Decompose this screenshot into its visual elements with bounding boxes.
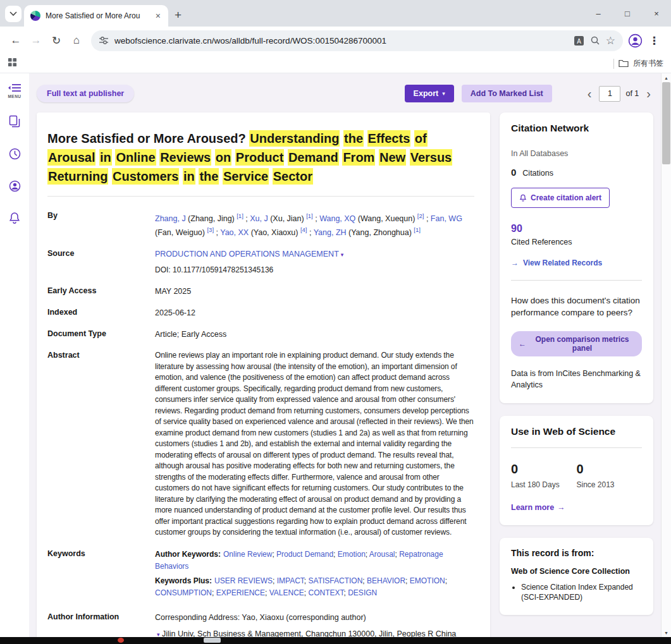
forward-button[interactable]: → [27, 31, 46, 50]
field-row-source: Source PRODUCTION AND OPERATIONS MANAGEM… [47, 248, 474, 276]
export-label: Export [414, 89, 439, 98]
previous-record-button[interactable]: ‹ [585, 87, 594, 101]
tab-search-button[interactable] [5, 6, 22, 22]
reload-button[interactable]: ↻ [47, 31, 66, 50]
highlighted-term: Online [115, 149, 156, 166]
sidebar-alerts-icon[interactable] [8, 212, 21, 228]
incites-note: Data is from InCites Benchmarking & Anal… [511, 368, 642, 391]
apps-grid-icon[interactable] [8, 58, 17, 70]
author-link[interactable]: Fan, WG [431, 214, 462, 223]
since2013-count: 0 [577, 462, 643, 477]
cited-references-label: Cited References [511, 238, 642, 246]
keywords-plus-link[interactable]: IMPACT [277, 576, 304, 585]
usage-counts: 0 Last 180 Days 0 Since 2013 [511, 462, 642, 489]
svg-text:A: A [577, 37, 581, 44]
view-related-records-link[interactable]: →View Related Records [511, 258, 602, 267]
author-link[interactable]: Wang, XQ [319, 214, 355, 223]
author-affiliation-link[interactable]: [1] [414, 226, 421, 233]
web-of-science-app: MENU Full text at publisher Export ▾ Add… [0, 73, 671, 637]
bookmark-star-icon[interactable]: ☆ [606, 34, 615, 47]
keywords-plus-link[interactable]: SATISFACTION [309, 576, 363, 585]
url-bar[interactable]: webofscience.clarivate.cn/wos/alldb/full… [91, 30, 623, 51]
author-link[interactable]: Xu, J [250, 214, 268, 223]
author-affiliation-link[interactable]: [4] [300, 226, 307, 233]
scroll-down-button[interactable]: ▼ [662, 628, 671, 637]
keywords-plus-link[interactable]: BEHAVIOR [367, 576, 405, 585]
arrow-right-icon: → [557, 503, 565, 512]
address-expand-icon[interactable]: ▾ [157, 631, 160, 637]
minimize-button[interactable]: – [584, 0, 613, 27]
add-to-marked-list-button[interactable]: Add To Marked List [462, 85, 552, 102]
keywords-plus-link[interactable]: DESIGN [348, 588, 377, 597]
sidebar-journals-icon[interactable] [8, 115, 21, 131]
zoom-icon[interactable] [590, 35, 600, 46]
author-keyword-link[interactable]: Emotion [338, 550, 366, 559]
source-dropdown-icon[interactable]: ▾ [341, 252, 344, 258]
export-button[interactable]: Export ▾ [405, 85, 454, 102]
next-record-button[interactable]: › [644, 87, 653, 101]
in-all-databases-label: In All Databases [511, 149, 642, 158]
open-comparison-metrics-button[interactable]: ←Open comparison metrics panel [511, 331, 642, 356]
record-from-card: This record is from: Web of Science Core… [500, 538, 653, 615]
maximize-button[interactable]: □ [613, 0, 642, 27]
scrollbar[interactable]: ▲ ▼ [661, 73, 671, 637]
sidebar-researcher-icon[interactable] [8, 179, 22, 195]
browser-menu-button[interactable]: ⋮ [644, 34, 665, 47]
author-affiliation-link[interactable]: [3] [207, 226, 214, 233]
create-alert-label: Create citation alert [531, 193, 601, 202]
profile-button[interactable] [628, 33, 643, 48]
field-label: Indexed [47, 307, 155, 319]
full-text-button[interactable]: Full text at publisher [37, 85, 134, 102]
keywords-plus-link[interactable]: CONSUMPTION [155, 588, 212, 597]
last180-label: Last 180 Days [511, 480, 577, 489]
chevron-down-icon: ▾ [442, 90, 445, 97]
site-settings-icon[interactable] [99, 35, 109, 46]
title-plain: More Satisfied or More Aroused? [47, 131, 249, 145]
keywords-plus-link[interactable]: EXPERIENCE [216, 588, 265, 597]
author-keyword-link[interactable]: Arousal [369, 550, 395, 559]
keywords-plus-link[interactable]: USER REVIEWS [214, 576, 273, 585]
main-content: Full text at publisher Export ▾ Add To M… [29, 73, 661, 637]
tab-close-icon[interactable]: × [153, 11, 163, 21]
learn-more-link[interactable]: Learn more→ [511, 503, 565, 512]
keywords-plus-link[interactable]: CONTEXT [309, 588, 344, 597]
page-input[interactable] [599, 86, 620, 102]
menu-toggle[interactable]: MENU [8, 83, 21, 99]
browser-tab[interactable]: More Satisfied or More Arou × [24, 5, 168, 27]
back-button[interactable]: ← [6, 31, 25, 50]
keywords-plus-link[interactable]: EMOTION [410, 576, 445, 585]
address-line: ▾ Jilin Univ, Sch Business & Management,… [155, 628, 474, 637]
field-label: Source [47, 248, 155, 276]
author-affiliation-sup: [1] [237, 212, 243, 219]
right-column: Citation Network In All Databases 0 Cita… [500, 112, 653, 615]
new-tab-button[interactable]: + [175, 8, 182, 22]
window-close-button[interactable]: × [642, 0, 671, 27]
author-keyword-link[interactable]: Product Demand [276, 550, 333, 559]
author-affiliation-link[interactable]: [2] [417, 212, 424, 219]
scroll-up-button[interactable]: ▲ [662, 73, 671, 82]
translate-icon[interactable]: A [574, 35, 584, 46]
highlighted-term: the [343, 130, 364, 147]
keywords-plus-line: Keywords Plus:USER REVIEWS; IMPACT; SATI… [155, 575, 474, 599]
divider [47, 196, 474, 197]
create-citation-alert-button[interactable]: Create citation alert [511, 188, 610, 208]
highlighted-term: New [379, 149, 406, 166]
author-link[interactable]: Zhang, J [155, 214, 186, 223]
home-button[interactable]: ⌂ [67, 31, 86, 50]
sidebar-history-icon[interactable] [8, 147, 22, 163]
author-link[interactable]: Yang, ZH [314, 228, 347, 237]
authors-list: Zhang, J (Zhang, Jing) [1] ; Xu, J (Xu, … [155, 210, 474, 238]
author-link[interactable]: Yao, XX [220, 228, 249, 237]
highlighted-term: of [414, 130, 428, 147]
scrollbar-thumb[interactable] [662, 82, 670, 164]
source-journal-link[interactable]: PRODUCTION AND OPERATIONS MANAGEMENT [155, 250, 339, 258]
record-action-bar: Full text at publisher Export ▾ Add To M… [37, 85, 653, 102]
cited-references-link[interactable]: 90 [511, 223, 642, 234]
author-affiliation-link[interactable]: [1] [237, 212, 243, 219]
article-title: More Satisfied or More Aroused? Understa… [47, 129, 474, 186]
all-bookmarks-button[interactable]: 所有书签 [613, 58, 663, 69]
author-affiliation-link[interactable]: [1] [306, 212, 313, 219]
author-keyword-link[interactable]: Online Review [223, 550, 272, 559]
keywords-plus-link[interactable]: VALENCE [269, 588, 304, 597]
url-text: webofscience.clarivate.cn/wos/alldb/full… [114, 36, 568, 46]
